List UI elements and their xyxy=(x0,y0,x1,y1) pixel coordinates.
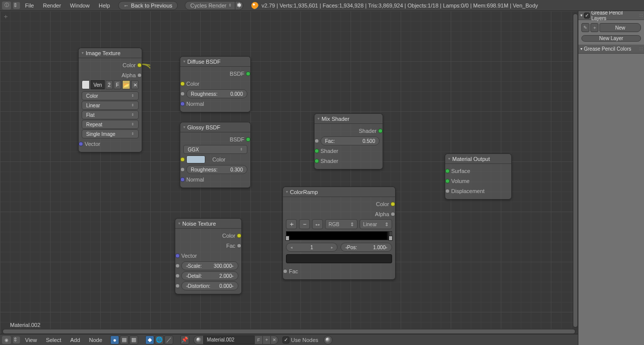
drag-grip-icon[interactable]: ∷ xyxy=(639,13,642,18)
ramp-stop-0[interactable] xyxy=(285,236,289,241)
socket-in-color[interactable] xyxy=(180,82,185,86)
socket-in-roughness[interactable] xyxy=(180,92,185,96)
checkbox-icon[interactable]: ✓ xyxy=(584,13,590,19)
node-noise-texture[interactable]: ▾Noise Texture Color Fac Vector ◂Scale:3… xyxy=(175,218,242,294)
world-shader-icon[interactable]: 🌐 xyxy=(155,335,164,344)
socket-in-roughness[interactable] xyxy=(180,167,185,172)
node-header[interactable]: ▾Mix Shader xyxy=(314,114,383,124)
menu-window[interactable]: Window xyxy=(66,1,94,11)
interpolation-dropdown[interactable]: Linear⇕ xyxy=(82,101,139,110)
grease-pencil-layers-header[interactable]: ▾ ✓ Grease Pencil Layers ∷ xyxy=(578,11,644,20)
node-header[interactable]: ▾Material Output xyxy=(445,154,511,164)
socket-in-shader1[interactable] xyxy=(314,149,319,153)
distortion-field[interactable]: ◂Distortion:0.000▸ xyxy=(181,281,238,290)
unlink-material-button[interactable]: ✕ xyxy=(270,335,278,344)
shader-tree-icon[interactable]: ● xyxy=(110,335,119,344)
vertical-scrollbar[interactable] xyxy=(573,13,578,328)
socket-out-alpha[interactable] xyxy=(391,212,395,217)
socket-out-color[interactable] xyxy=(137,63,142,68)
socket-in-vector[interactable] xyxy=(79,142,83,146)
object-shader-icon[interactable]: ◆ xyxy=(145,335,154,344)
engine-extra-button[interactable]: ✱ xyxy=(235,1,243,10)
fake-user-button[interactable]: F xyxy=(114,80,121,89)
image-name-field[interactable]: Ven xyxy=(91,80,104,89)
fake-user-button[interactable]: F xyxy=(254,335,262,344)
source-dropdown[interactable]: Single Image⇕ xyxy=(82,129,139,138)
menu-view[interactable]: View xyxy=(21,335,41,345)
socket-out-alpha[interactable] xyxy=(137,73,142,78)
node-editor-canvas[interactable]: ＋ Material.002 ▾Image Texture Color Alph… xyxy=(0,11,578,334)
material-preview-button[interactable] xyxy=(324,335,333,344)
pencil-icon[interactable]: ✎ xyxy=(581,23,589,32)
new-gp-button[interactable]: New xyxy=(599,23,641,32)
menu-select[interactable]: Select xyxy=(42,335,66,345)
node-header[interactable]: ▾Diffuse BSDF xyxy=(180,57,250,67)
socket-out-color[interactable] xyxy=(391,202,395,207)
menu-file[interactable]: File xyxy=(21,1,38,11)
editor-type-icon[interactable]: ⓘ xyxy=(2,2,11,10)
image-users[interactable]: 2 xyxy=(106,80,113,89)
socket-out-bsdf[interactable] xyxy=(246,137,250,142)
line-shader-icon[interactable]: ／ xyxy=(164,335,173,344)
socket-in-fac[interactable] xyxy=(314,139,319,143)
ramp-stop-1[interactable] xyxy=(389,236,393,241)
material-browse-icon[interactable] xyxy=(193,335,203,344)
socket-out-color[interactable] xyxy=(237,234,241,238)
socket-in-vector[interactable] xyxy=(175,254,180,258)
node-header[interactable]: ▾Image Texture xyxy=(79,48,142,58)
updown-icon[interactable]: ⇕ xyxy=(13,336,20,343)
image-browse-icon[interactable]: 🖼 xyxy=(82,80,90,89)
socket-in-surface[interactable] xyxy=(445,169,450,174)
fac-field[interactable]: Fac:0.500 xyxy=(320,136,380,145)
horizontal-scrollbar[interactable] xyxy=(2,329,576,334)
ramp-gradient[interactable] xyxy=(286,231,392,240)
node-header[interactable]: ▾Glossy BSDF xyxy=(180,122,250,132)
ramp-colormode-dropdown[interactable]: RGB⇕ xyxy=(325,219,358,229)
menu-add[interactable]: Add xyxy=(66,335,84,345)
colorspace-dropdown[interactable]: Color⇕ xyxy=(82,91,139,100)
roughness-field[interactable]: Roughness:0.300 xyxy=(186,165,247,174)
material-name-field[interactable]: Material.002 xyxy=(203,335,254,344)
socket-in-normal[interactable] xyxy=(180,102,185,106)
open-image-icon[interactable]: 📂 xyxy=(122,80,130,89)
new-material-button[interactable]: ＋ xyxy=(262,335,270,344)
node-image-texture[interactable]: ▾Image Texture Color Alpha 🖼 Ven 2 F 📂 ✕… xyxy=(78,48,142,152)
ramp-selected-color[interactable] xyxy=(286,254,392,263)
node-header[interactable]: ▾ColorRamp xyxy=(283,187,395,197)
socket-in-fac[interactable] xyxy=(283,269,287,274)
use-nodes-toggle[interactable]: Use Nodes xyxy=(282,336,318,343)
node-header[interactable]: ▾Noise Texture xyxy=(175,219,241,229)
drag-grip-icon[interactable]: ∷ xyxy=(639,46,642,52)
grease-pencil-colors-header[interactable]: ▾ Grease Pencil Colors ∷ xyxy=(578,45,644,54)
roughness-field[interactable]: Roughness:0.000 xyxy=(186,89,247,98)
socket-in-normal[interactable] xyxy=(180,178,185,182)
render-engine-selector[interactable]: Cycles Render ⇕ ✱ xyxy=(185,1,243,10)
plus-icon[interactable]: ＋ xyxy=(590,23,598,32)
ramp-interp-dropdown[interactable]: Linear⇕ xyxy=(360,219,392,229)
socket-in-shader2[interactable] xyxy=(314,159,319,163)
new-layer-button[interactable]: New Layer xyxy=(581,35,641,42)
color-swatch[interactable] xyxy=(186,155,205,163)
menu-help[interactable]: Help xyxy=(95,1,114,11)
ramp-remove-button[interactable]: － xyxy=(299,219,310,229)
split-area-icon[interactable]: ＋ xyxy=(2,13,9,20)
compositor-tree-icon[interactable]: ▦ xyxy=(120,335,129,344)
node-material-output[interactable]: ▾Material Output Surface Volume Displace… xyxy=(445,153,512,200)
unlink-image-icon[interactable]: ✕ xyxy=(131,80,139,89)
socket-in-distortion[interactable] xyxy=(175,284,180,288)
scale-field[interactable]: ◂Scale:300.000▸ xyxy=(181,261,238,270)
extension-dropdown[interactable]: Repeat⇕ xyxy=(82,120,139,129)
projection-dropdown[interactable]: Flat⇕ xyxy=(82,110,139,119)
socket-out-bsdf[interactable] xyxy=(246,72,250,76)
scrollbar-thumb[interactable] xyxy=(3,329,575,333)
socket-in-color[interactable] xyxy=(180,157,185,162)
checkbox-icon[interactable] xyxy=(282,336,289,343)
menu-render[interactable]: Render xyxy=(39,1,65,11)
socket-in-displacement[interactable] xyxy=(445,189,450,194)
socket-out-fac[interactable] xyxy=(237,244,241,248)
socket-in-volume[interactable] xyxy=(445,179,450,184)
scrollbar-thumb[interactable] xyxy=(573,14,577,327)
ramp-flip-button[interactable]: ↔ xyxy=(312,219,323,229)
node-diffuse-bsdf[interactable]: ▾Diffuse BSDF BSDF Color Roughness:0.000… xyxy=(180,56,251,112)
node-glossy-bsdf[interactable]: ▾Glossy BSDF BSDF GGX⇕ Color Roughness:0… xyxy=(180,122,251,188)
